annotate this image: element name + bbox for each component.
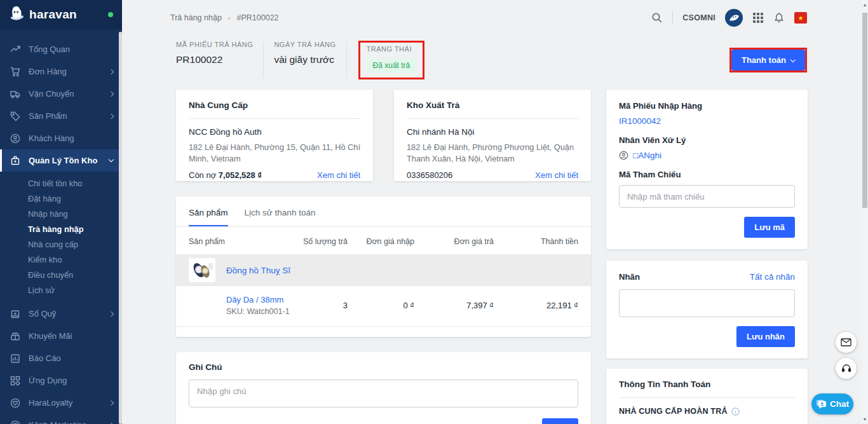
sidebar-item-san-pham[interactable]: Sản Phẩm	[0, 105, 122, 127]
supplier-debt-value: 7,052,528 ₫	[219, 170, 262, 180]
notes-save-button[interactable]: Lưu	[542, 418, 578, 424]
pay-button-annotation: Thanh toán	[729, 48, 807, 72]
sidebar-item-haraloyalty[interactable]: HaraLoyalty	[0, 392, 122, 414]
submenu-lich-su[interactable]: Lịch sử	[0, 282, 122, 297]
submenu-dieu-chuyen[interactable]: Điều chuyển	[0, 267, 122, 282]
save-reference-button[interactable]: Lưu mã	[744, 217, 795, 238]
submenu-dat-hang[interactable]: Đặt hàng	[0, 191, 122, 206]
page-head: MÃ PHIẾU TRẢ HÀNG PR100022 NGÀY TRẢ HÀNG…	[122, 36, 868, 90]
product-thumbnail	[189, 258, 215, 282]
submenu-nha-cung-cap[interactable]: Nhà cung cấp	[0, 236, 122, 252]
main-area: Trả hàng nhập › #PR100022 CSOMNI ★	[122, 0, 868, 424]
save-labels-button[interactable]: Lưu nhãn	[736, 326, 795, 347]
staff-label: Nhân Viên Xử Lý	[619, 135, 795, 145]
inventory-icon	[10, 156, 20, 166]
product-group-row: Đồng hồ Thuỵ Sĩ	[176, 254, 591, 286]
scrollbar-thumb[interactable]	[862, 13, 867, 208]
submenu-chi-tiet-ton-kho[interactable]: Chi tiết tồn kho	[0, 175, 122, 191]
haravan-avatar[interactable]	[725, 9, 743, 27]
sidebar-item-quan-ly-ton-kho[interactable]: Quản Lý Tồn Kho	[0, 149, 122, 172]
all-labels-link[interactable]: Tất cả nhãn	[750, 272, 795, 282]
support-headset-button[interactable]	[836, 358, 857, 379]
page-scrollbar[interactable]: ▲ ▼	[862, 0, 868, 424]
status-label: TRẠNG THÁI	[367, 45, 417, 53]
supplier-debt: Còn nợ 7,052,528 ₫	[189, 170, 262, 180]
refund-section-label: NHÀ CUNG CẤP HOÀN TRẢ	[619, 407, 728, 416]
notifications-bell-icon[interactable]	[773, 12, 785, 24]
supplier-detail-link[interactable]: Xem chi tiết	[317, 170, 360, 180]
return-info-fields: MÃ PHIẾU TRẢ HÀNG PR100022 NGÀY TRẢ HÀNG…	[176, 41, 424, 79]
warehouse-detail-link[interactable]: Xem chi tiết	[535, 170, 578, 180]
logo-row[interactable]: haravan	[0, 0, 122, 29]
col-qty: Số lượng trả	[294, 237, 348, 246]
content: Nhà Cung Cấp NCC Đồng hồ Auth 182 Lê Đại…	[122, 90, 868, 424]
submenu-kiem-kho[interactable]: Kiểm kho	[0, 252, 122, 267]
sidebar-item-ung-dung[interactable]: Ứng Dụng	[0, 369, 122, 392]
sidebar-item-khuyen-mai[interactable]: Khuyến Mãi	[0, 325, 122, 347]
marketing-icon	[10, 420, 20, 424]
chat-button[interactable]: Chat	[811, 393, 853, 414]
breadcrumb-section[interactable]: Trả hàng nhập	[170, 13, 222, 22]
truck-icon	[10, 89, 20, 99]
sidebar-item-bao-cao[interactable]: Báo Cáo	[0, 347, 122, 369]
field-divider	[346, 42, 347, 78]
cashbook-icon	[10, 309, 20, 319]
sidebar-scrollbar[interactable]	[119, 32, 122, 424]
status-field-annotation: TRẠNG THÁI Đã xuất trả	[358, 41, 425, 79]
payment-card-title: Thông Tin Thanh Toán	[619, 380, 795, 398]
labels-card: Nhãn Tất cả nhãn Lưu nhãn	[606, 261, 808, 359]
chevron-down-icon	[790, 57, 796, 62]
sidebar-item-don-hang[interactable]: Đơn Hàng	[0, 60, 122, 83]
account-name[interactable]: CSOMNI	[682, 13, 715, 22]
notes-textarea[interactable]	[189, 380, 578, 407]
sidebar-item-kenh-marketing[interactable]: Kênh Marketing	[0, 414, 122, 424]
envelope-icon	[841, 338, 851, 346]
variant-name-link[interactable]: Dây Da / 38mm	[226, 295, 283, 304]
vietnam-flag-icon[interactable]: ★	[794, 12, 807, 24]
promotion-icon	[10, 331, 20, 341]
labels-input[interactable]	[619, 289, 795, 317]
chevron-down-icon	[109, 157, 114, 162]
scroll-up-arrow-icon[interactable]: ▲	[862, 3, 868, 7]
apps-grid-icon[interactable]	[752, 12, 764, 24]
reference-label: Mã Tham Chiếu	[619, 170, 795, 179]
tabs: Sản phẩm Lịch sử thanh toán	[176, 202, 591, 227]
sidebar-item-tong-quan[interactable]: Tổng Quan	[0, 38, 122, 60]
topbar-actions: CSOMNI ★	[651, 9, 807, 27]
right-column: Mã Phiếu Nhập Hàng IR1000042 Nhân Viên X…	[606, 90, 808, 424]
submenu-tra-hang-nhap[interactable]: Trả hàng nhập	[0, 221, 122, 236]
sidebar-item-so-quy[interactable]: Sổ Quỹ	[0, 303, 122, 325]
sidebar-nav: Tổng Quan Đơn Hàng Vận Chuyển Sản Phẩm K…	[0, 29, 122, 424]
left-column: Nhà Cung Cấp NCC Đồng hồ Auth 182 Lê Đại…	[176, 90, 591, 424]
labels-title: Nhãn	[619, 272, 640, 282]
supplier-address: 182 Lê Đại Hành, Phường 15, Quận 11, Hồ …	[189, 142, 360, 165]
staff-name-link[interactable]: □ANghi	[633, 151, 661, 160]
warehouse-address: 182 Lê Đại Hành, Phường Phương Liệt, Quậ…	[407, 142, 578, 165]
variant-qty: 3	[294, 301, 348, 310]
sidebar-item-van-chuyen[interactable]: Vận Chuyển	[0, 83, 122, 105]
chevron-right-icon	[109, 311, 114, 316]
scroll-down-arrow-icon[interactable]: ▼	[862, 417, 868, 421]
return-code-field: MÃ PHIẾU TRẢ HÀNG PR100022	[176, 41, 253, 79]
tab-lich-su-thanh-toan[interactable]: Lịch sử thanh toán	[245, 208, 316, 226]
search-icon[interactable]	[651, 12, 663, 24]
pay-button[interactable]: Thanh toán	[731, 50, 805, 71]
email-support-button[interactable]	[836, 332, 857, 353]
notes-card: Ghi Chú Lưu	[176, 352, 591, 424]
supplier-card: Nhà Cung Cấp NCC Đồng hồ Auth 182 Lê Đại…	[176, 90, 373, 181]
return-date-label: NGÀY TRẢ HÀNG	[274, 41, 336, 48]
reference-input[interactable]	[619, 185, 795, 208]
topbar-divider	[672, 11, 673, 24]
product-group-name[interactable]: Đồng hồ Thuỵ Sĩ	[226, 266, 290, 275]
receipt-code-link[interactable]: IR1000042	[619, 116, 661, 126]
submenu-nhap-hang[interactable]: Nhập hàng	[0, 206, 122, 221]
info-icon[interactable]	[731, 407, 740, 416]
loyalty-icon	[10, 398, 20, 408]
tab-san-pham[interactable]: Sản phẩm	[189, 208, 228, 226]
variant-unit-price-return: 7,397 ₫	[414, 301, 494, 310]
person-icon	[619, 151, 628, 160]
reference-card: Mã Phiếu Nhập Hàng IR1000042 Nhân Viên X…	[606, 90, 808, 249]
topbar: Trả hàng nhập › #PR100022 CSOMNI ★	[122, 0, 868, 36]
sidebar-item-khach-hang[interactable]: Khách Hàng	[0, 127, 122, 149]
breadcrumb-current: #PR100022	[237, 13, 279, 22]
